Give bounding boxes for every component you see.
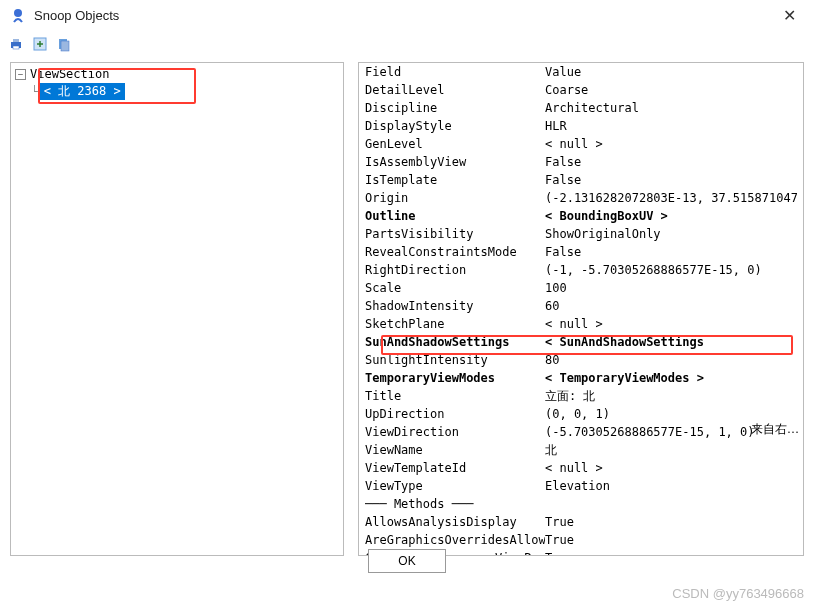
tree-child-label: < 北 2368 > (40, 83, 125, 100)
property-row[interactable]: Title立面: 北 (359, 387, 803, 405)
header-value: Value (545, 64, 797, 80)
tree-connector: └ (31, 85, 38, 98)
property-field: IsAssemblyView (365, 154, 545, 170)
property-value: (0, 0, 1) (545, 406, 797, 422)
property-field: Discipline (365, 100, 545, 116)
property-field: Outline (365, 208, 545, 224)
property-row[interactable]: SunAndShadowSettings< SunAndShadowSettin… (359, 333, 803, 351)
property-value: HLR (545, 118, 797, 134)
property-row[interactable]: GenLevel< null > (359, 135, 803, 153)
property-value: (-1, -5.70305268886577E-15, 0) (545, 262, 797, 278)
titlebar: Snoop Objects ✕ (0, 0, 814, 32)
toolbar (0, 32, 814, 56)
property-row[interactable]: ViewTypeElevation (359, 477, 803, 495)
methods-label: ─── Methods ─── (365, 496, 545, 512)
property-value: 北 (545, 442, 797, 458)
methods-divider: ─── Methods ─── (359, 495, 803, 513)
property-row[interactable]: Outline< BoundingBoxUV > (359, 207, 803, 225)
property-field: SunlightIntensity (365, 352, 545, 368)
property-field: SunAndShadowSettings (365, 334, 545, 350)
property-value: 80 (545, 352, 797, 368)
property-row[interactable]: PartsVisibilityShowOriginalOnly (359, 225, 803, 243)
property-header: Field Value (359, 63, 803, 81)
property-row[interactable]: ViewName北 (359, 441, 803, 459)
property-row[interactable]: DetailLevelCoarse (359, 81, 803, 99)
property-value: < null > (545, 316, 797, 332)
property-value: False (545, 244, 797, 260)
content: − ViewSection └ < 北 2368 > Field Value D… (0, 56, 814, 556)
property-value: False (545, 172, 797, 188)
tree-root[interactable]: − ViewSection (15, 67, 339, 81)
property-row[interactable]: TemporaryViewModes< TemporaryViewModes > (359, 369, 803, 387)
property-value: Coarse (545, 82, 797, 98)
property-value: ShowOriginalOnly (545, 226, 797, 242)
property-value: (-2.1316282072803E-13, 37.515871047 (545, 190, 797, 206)
property-field: RevealConstraintsMode (365, 244, 545, 260)
property-row[interactable]: Scale100 (359, 279, 803, 297)
property-value: < TemporaryViewModes > (545, 370, 797, 386)
property-field: ViewDirection (365, 424, 545, 440)
tree-child[interactable]: └ < 北 2368 > (31, 83, 339, 100)
property-row[interactable]: IsTemplateFalse (359, 171, 803, 189)
property-row[interactable]: ViewDirection(-5.70305268886577E-15, 1, … (359, 423, 803, 441)
svg-rect-8 (61, 41, 69, 51)
property-field: ShadowIntensity (365, 298, 545, 314)
property-row[interactable]: RightDirection(-1, -5.70305268886577E-15… (359, 261, 803, 279)
property-field: RightDirection (365, 262, 545, 278)
header-field: Field (365, 64, 545, 80)
property-field: ViewTemplateId (365, 460, 545, 476)
bottom-bar: OK (0, 543, 814, 579)
property-row[interactable]: SketchPlane< null > (359, 315, 803, 333)
svg-point-0 (14, 9, 22, 17)
property-field: IsTemplate (365, 172, 545, 188)
tree-root-label: ViewSection (30, 67, 109, 81)
property-field: DetailLevel (365, 82, 545, 98)
property-value: 100 (545, 280, 797, 296)
property-row[interactable]: ViewTemplateId< null > (359, 459, 803, 477)
property-value: < null > (545, 460, 797, 476)
extra-label: 来自右… (751, 421, 799, 438)
method-value: True (545, 514, 797, 530)
property-row[interactable]: RevealConstraintsModeFalse (359, 243, 803, 261)
property-field: UpDirection (365, 406, 545, 422)
property-field: GenLevel (365, 136, 545, 152)
print-icon[interactable] (8, 36, 24, 52)
property-value: Architectural (545, 100, 797, 116)
property-field: ViewName (365, 442, 545, 458)
collapse-icon[interactable]: − (15, 69, 26, 80)
copy-icon[interactable] (56, 36, 72, 52)
properties-panel[interactable]: Field Value DetailLevelCoarseDisciplineA… (358, 62, 804, 556)
property-row[interactable]: IsAssemblyViewFalse (359, 153, 803, 171)
property-field: PartsVisibility (365, 226, 545, 242)
ok-button[interactable]: OK (368, 549, 446, 573)
property-row[interactable]: ShadowIntensity60 (359, 297, 803, 315)
svg-rect-2 (13, 39, 19, 42)
property-field: DisplayStyle (365, 118, 545, 134)
property-field: Title (365, 388, 545, 404)
property-value: < BoundingBoxUV > (545, 208, 797, 224)
property-value: < null > (545, 136, 797, 152)
property-value: Elevation (545, 478, 797, 494)
property-row[interactable]: DisciplineArchitectural (359, 99, 803, 117)
property-value: 60 (545, 298, 797, 314)
svg-rect-3 (13, 46, 19, 49)
property-value: 立面: 北 (545, 388, 797, 404)
property-row[interactable]: SunlightIntensity80 (359, 351, 803, 369)
add-icon[interactable] (32, 36, 48, 52)
property-field: TemporaryViewModes (365, 370, 545, 386)
property-value: False (545, 154, 797, 170)
property-field: ViewType (365, 478, 545, 494)
property-value: < SunAndShadowSettings (545, 334, 797, 350)
method-row[interactable]: AllowsAnalysisDisplayTrue (359, 513, 803, 531)
tree-panel: − ViewSection └ < 北 2368 > (10, 62, 344, 556)
property-field: SketchPlane (365, 316, 545, 332)
property-row[interactable]: DisplayStyleHLR (359, 117, 803, 135)
window-title: Snoop Objects (34, 8, 119, 23)
property-row[interactable]: Origin(-2.1316282072803E-13, 37.51587104… (359, 189, 803, 207)
property-row[interactable]: UpDirection(0, 0, 1) (359, 405, 803, 423)
property-field: Scale (365, 280, 545, 296)
property-field: Origin (365, 190, 545, 206)
app-icon (10, 8, 26, 24)
close-button[interactable]: ✕ (775, 2, 804, 29)
watermark: CSDN @yy763496668 (672, 586, 804, 601)
